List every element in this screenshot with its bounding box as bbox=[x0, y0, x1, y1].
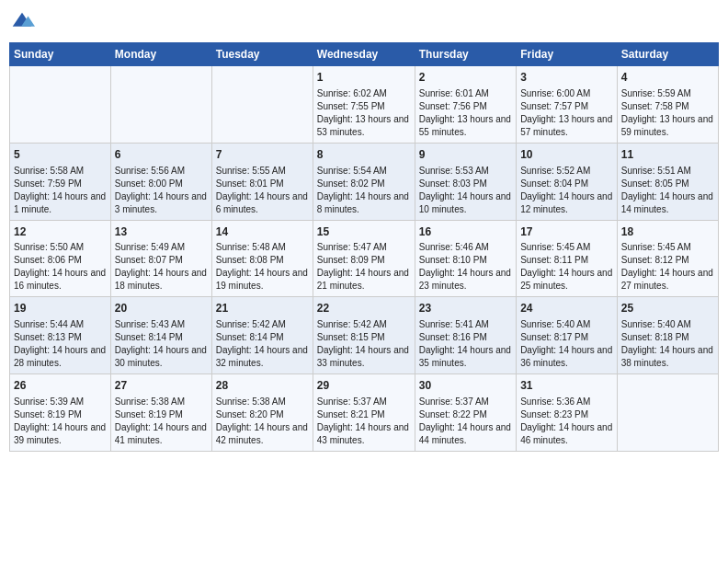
day-info: Sunrise: 5:42 AM Sunset: 8:14 PM Dayligh… bbox=[216, 318, 309, 370]
calendar-cell: 28Sunrise: 5:38 AM Sunset: 8:20 PM Dayli… bbox=[211, 374, 313, 452]
day-number: 12 bbox=[14, 224, 107, 240]
day-header-monday: Monday bbox=[110, 43, 211, 66]
day-info: Sunrise: 5:45 AM Sunset: 8:11 PM Dayligh… bbox=[520, 241, 613, 293]
calendar-cell: 5Sunrise: 5:58 AM Sunset: 7:59 PM Daylig… bbox=[10, 143, 111, 220]
day-info: Sunrise: 5:55 AM Sunset: 8:01 PM Dayligh… bbox=[216, 165, 309, 216]
day-number: 30 bbox=[419, 378, 512, 394]
logo bbox=[9, 9, 37, 35]
day-info: Sunrise: 5:45 AM Sunset: 8:12 PM Dayligh… bbox=[621, 241, 714, 293]
day-number: 18 bbox=[621, 224, 714, 240]
calendar-cell: 7Sunrise: 5:55 AM Sunset: 8:01 PM Daylig… bbox=[211, 143, 313, 220]
day-header-friday: Friday bbox=[517, 43, 618, 66]
calendar-cell: 9Sunrise: 5:53 AM Sunset: 8:03 PM Daylig… bbox=[415, 143, 516, 220]
day-info: Sunrise: 5:59 AM Sunset: 7:58 PM Dayligh… bbox=[621, 87, 714, 139]
calendar-cell: 25Sunrise: 5:40 AM Sunset: 8:18 PM Dayli… bbox=[617, 297, 718, 374]
day-number: 15 bbox=[317, 224, 411, 240]
calendar-cell: 20Sunrise: 5:43 AM Sunset: 8:14 PM Dayli… bbox=[110, 297, 211, 374]
calendar-header: SundayMondayTuesdayWednesdayThursdayFrid… bbox=[10, 43, 719, 66]
day-number: 24 bbox=[520, 301, 613, 316]
calendar-week-5: 26Sunrise: 5:39 AM Sunset: 8:19 PM Dayli… bbox=[10, 374, 719, 452]
day-info: Sunrise: 6:01 AM Sunset: 7:56 PM Dayligh… bbox=[419, 87, 512, 139]
day-number: 3 bbox=[520, 70, 613, 86]
calendar-cell: 3Sunrise: 6:00 AM Sunset: 7:57 PM Daylig… bbox=[517, 66, 618, 144]
calendar-cell: 11Sunrise: 5:51 AM Sunset: 8:05 PM Dayli… bbox=[617, 143, 718, 220]
day-number: 7 bbox=[216, 147, 309, 163]
day-info: Sunrise: 6:02 AM Sunset: 7:55 PM Dayligh… bbox=[317, 87, 411, 139]
calendar-cell: 23Sunrise: 5:41 AM Sunset: 8:16 PM Dayli… bbox=[415, 297, 516, 374]
calendar-body: 1Sunrise: 6:02 AM Sunset: 7:55 PM Daylig… bbox=[10, 66, 719, 452]
day-number: 27 bbox=[115, 378, 208, 394]
calendar-cell: 17Sunrise: 5:45 AM Sunset: 8:11 PM Dayli… bbox=[517, 220, 618, 297]
day-info: Sunrise: 5:52 AM Sunset: 8:04 PM Dayligh… bbox=[520, 165, 613, 216]
day-info: Sunrise: 5:48 AM Sunset: 8:08 PM Dayligh… bbox=[216, 241, 309, 293]
day-info: Sunrise: 5:38 AM Sunset: 8:20 PM Dayligh… bbox=[216, 396, 309, 447]
calendar-week-4: 19Sunrise: 5:44 AM Sunset: 8:13 PM Dayli… bbox=[10, 297, 719, 374]
day-number: 14 bbox=[216, 224, 309, 240]
calendar-cell: 2Sunrise: 6:01 AM Sunset: 7:56 PM Daylig… bbox=[415, 66, 516, 144]
day-info: Sunrise: 5:56 AM Sunset: 8:00 PM Dayligh… bbox=[115, 165, 208, 216]
day-info: Sunrise: 5:38 AM Sunset: 8:19 PM Dayligh… bbox=[115, 396, 208, 447]
day-info: Sunrise: 5:50 AM Sunset: 8:06 PM Dayligh… bbox=[14, 241, 107, 293]
day-number: 1 bbox=[317, 70, 411, 86]
calendar-cell bbox=[110, 66, 211, 144]
day-number: 13 bbox=[115, 224, 208, 240]
calendar-week-2: 5Sunrise: 5:58 AM Sunset: 7:59 PM Daylig… bbox=[10, 143, 719, 220]
day-info: Sunrise: 6:00 AM Sunset: 7:57 PM Dayligh… bbox=[520, 87, 613, 139]
day-info: Sunrise: 5:42 AM Sunset: 8:15 PM Dayligh… bbox=[317, 318, 411, 370]
calendar-cell: 8Sunrise: 5:54 AM Sunset: 8:02 PM Daylig… bbox=[313, 143, 415, 220]
day-number: 10 bbox=[520, 147, 613, 163]
calendar-cell: 16Sunrise: 5:46 AM Sunset: 8:10 PM Dayli… bbox=[415, 220, 516, 297]
page-header bbox=[9, 9, 719, 35]
day-number: 4 bbox=[621, 70, 714, 86]
calendar-cell: 1Sunrise: 6:02 AM Sunset: 7:55 PM Daylig… bbox=[313, 66, 415, 144]
day-info: Sunrise: 5:37 AM Sunset: 8:21 PM Dayligh… bbox=[317, 396, 411, 447]
calendar-cell: 24Sunrise: 5:40 AM Sunset: 8:17 PM Dayli… bbox=[517, 297, 618, 374]
day-info: Sunrise: 5:47 AM Sunset: 8:09 PM Dayligh… bbox=[317, 241, 411, 293]
day-info: Sunrise: 5:54 AM Sunset: 8:02 PM Dayligh… bbox=[317, 165, 411, 216]
day-number: 31 bbox=[520, 378, 613, 394]
day-number: 16 bbox=[419, 224, 512, 240]
calendar-cell bbox=[617, 374, 718, 452]
day-number: 17 bbox=[520, 224, 613, 240]
day-header-saturday: Saturday bbox=[617, 43, 718, 66]
day-number: 8 bbox=[317, 147, 411, 163]
day-info: Sunrise: 5:49 AM Sunset: 8:07 PM Dayligh… bbox=[115, 241, 208, 293]
day-number: 6 bbox=[115, 147, 208, 163]
day-info: Sunrise: 5:41 AM Sunset: 8:16 PM Dayligh… bbox=[419, 318, 512, 370]
calendar-cell bbox=[211, 66, 313, 144]
day-header-wednesday: Wednesday bbox=[313, 43, 415, 66]
calendar-week-1: 1Sunrise: 6:02 AM Sunset: 7:55 PM Daylig… bbox=[10, 66, 719, 144]
day-number: 25 bbox=[621, 301, 714, 316]
day-number: 2 bbox=[419, 70, 512, 86]
header-row: SundayMondayTuesdayWednesdayThursdayFrid… bbox=[10, 43, 719, 66]
logo-icon bbox=[9, 9, 35, 35]
day-info: Sunrise: 5:40 AM Sunset: 8:18 PM Dayligh… bbox=[621, 318, 714, 370]
day-number: 26 bbox=[14, 378, 107, 394]
calendar-cell: 19Sunrise: 5:44 AM Sunset: 8:13 PM Dayli… bbox=[10, 297, 111, 374]
day-info: Sunrise: 5:43 AM Sunset: 8:14 PM Dayligh… bbox=[115, 318, 208, 370]
day-number: 20 bbox=[115, 301, 208, 316]
calendar-cell: 29Sunrise: 5:37 AM Sunset: 8:21 PM Dayli… bbox=[313, 374, 415, 452]
day-info: Sunrise: 5:36 AM Sunset: 8:23 PM Dayligh… bbox=[520, 396, 613, 447]
day-info: Sunrise: 5:40 AM Sunset: 8:17 PM Dayligh… bbox=[520, 318, 613, 370]
calendar-cell: 12Sunrise: 5:50 AM Sunset: 8:06 PM Dayli… bbox=[10, 220, 111, 297]
day-header-thursday: Thursday bbox=[415, 43, 516, 66]
calendar-cell: 14Sunrise: 5:48 AM Sunset: 8:08 PM Dayli… bbox=[211, 220, 313, 297]
day-info: Sunrise: 5:44 AM Sunset: 8:13 PM Dayligh… bbox=[14, 318, 107, 370]
day-number: 21 bbox=[216, 301, 309, 316]
day-header-sunday: Sunday bbox=[10, 43, 111, 66]
day-number: 22 bbox=[317, 301, 411, 316]
day-number: 28 bbox=[216, 378, 309, 394]
calendar-cell: 10Sunrise: 5:52 AM Sunset: 8:04 PM Dayli… bbox=[517, 143, 618, 220]
calendar-cell: 22Sunrise: 5:42 AM Sunset: 8:15 PM Dayli… bbox=[313, 297, 415, 374]
day-info: Sunrise: 5:51 AM Sunset: 8:05 PM Dayligh… bbox=[621, 165, 714, 216]
day-number: 9 bbox=[419, 147, 512, 163]
calendar-cell: 30Sunrise: 5:37 AM Sunset: 8:22 PM Dayli… bbox=[415, 374, 516, 452]
day-number: 5 bbox=[14, 147, 107, 163]
day-header-tuesday: Tuesday bbox=[211, 43, 313, 66]
day-number: 29 bbox=[317, 378, 411, 394]
day-info: Sunrise: 5:39 AM Sunset: 8:19 PM Dayligh… bbox=[14, 396, 107, 447]
day-info: Sunrise: 5:58 AM Sunset: 7:59 PM Dayligh… bbox=[14, 165, 107, 216]
calendar-cell: 27Sunrise: 5:38 AM Sunset: 8:19 PM Dayli… bbox=[110, 374, 211, 452]
calendar-cell: 18Sunrise: 5:45 AM Sunset: 8:12 PM Dayli… bbox=[617, 220, 718, 297]
